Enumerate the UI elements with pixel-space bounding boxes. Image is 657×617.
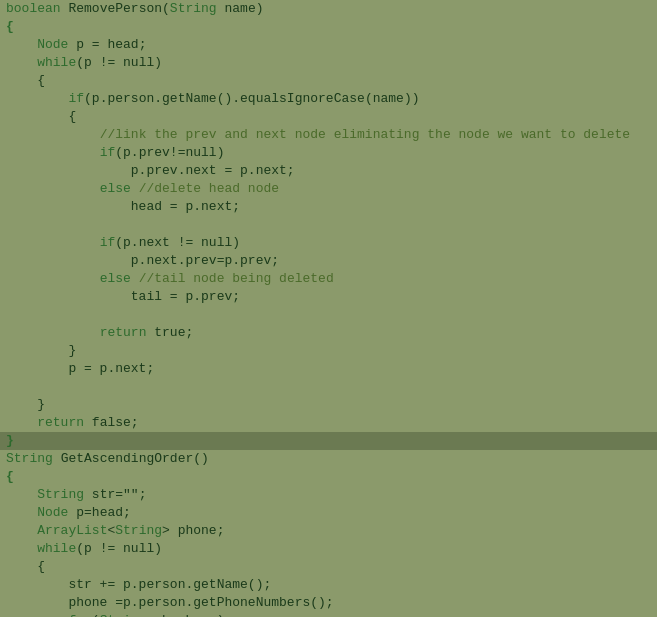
code-line: String GetAscendingOrder() [0, 450, 657, 468]
code-line: ArrayList<String> phone; [0, 522, 657, 540]
code-line: { [0, 558, 657, 576]
code-line: } [0, 342, 657, 360]
code-line: //link the prev and next node eliminatin… [0, 126, 657, 144]
code-line: head = p.next; [0, 198, 657, 216]
code-line: if(p.person.getName().equalsIgnoreCase(n… [0, 90, 657, 108]
code-line: p.next.prev=p.prev; [0, 252, 657, 270]
code-line: boolean RemovePerson(String name) [0, 0, 657, 18]
code-line: phone =p.person.getPhoneNumbers(); [0, 594, 657, 612]
code-line: else //delete head node [0, 180, 657, 198]
code-line: Node p = head; [0, 36, 657, 54]
code-line: Node p=head; [0, 504, 657, 522]
code-line: tail = p.prev; [0, 288, 657, 306]
code-line: return false; [0, 414, 657, 432]
code-editor: boolean RemovePerson(String name) { Node… [0, 0, 657, 617]
code-line [0, 216, 657, 234]
code-line: p.prev.next = p.next; [0, 162, 657, 180]
code-line: for(String ph:phone) [0, 612, 657, 617]
code-line: { [0, 108, 657, 126]
code-line [0, 378, 657, 396]
code-line: return true; [0, 324, 657, 342]
code-line: { [0, 468, 657, 486]
code-line-highlight: } [0, 432, 657, 450]
code-line: str += p.person.getName(); [0, 576, 657, 594]
code-line: if(p.prev!=null) [0, 144, 657, 162]
code-line: p = p.next; [0, 360, 657, 378]
code-line: String str=""; [0, 486, 657, 504]
code-line: { [0, 72, 657, 90]
code-line: { [0, 18, 657, 36]
code-line: if(p.next != null) [0, 234, 657, 252]
code-line [0, 306, 657, 324]
code-line: while(p != null) [0, 540, 657, 558]
code-line: } [0, 396, 657, 414]
code-line: else //tail node being deleted [0, 270, 657, 288]
code-line: while(p != null) [0, 54, 657, 72]
